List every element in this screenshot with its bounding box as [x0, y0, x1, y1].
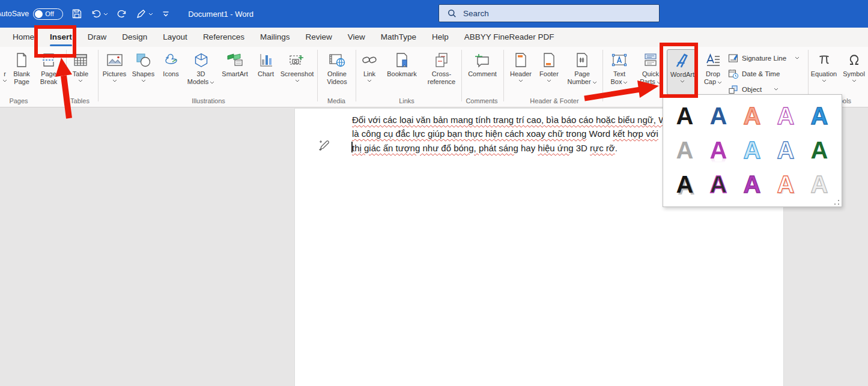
link-button[interactable]: Link [357, 49, 382, 95]
object-button[interactable]: Object [728, 83, 807, 95]
object-icon [728, 85, 738, 94]
wordart-style-white-blue-outline[interactable]: A [769, 133, 803, 167]
wordart-style-silver[interactable]: A [803, 167, 836, 201]
wordart-style-dark-green[interactable]: A [803, 133, 836, 167]
save-icon [71, 8, 82, 19]
3d-models-button[interactable]: 3D Models [185, 49, 217, 95]
redo-button[interactable] [117, 8, 127, 19]
wordart-style-white-magenta-outline[interactable]: A [769, 98, 803, 133]
icons-button[interactable]: Icons [158, 49, 184, 95]
group-label-tables: Tables [70, 97, 90, 104]
save-button[interactable] [71, 8, 82, 19]
screenshot-icon [289, 50, 306, 70]
group-illustrations: Pictures Shapes Icons 3D Mode [100, 49, 315, 97]
autosave-toggle[interactable]: AutoSave Off [0, 8, 63, 20]
ribbon-options-icon [162, 10, 170, 18]
group-separator [602, 50, 603, 101]
ribbon-tab-bar: Home Insert Draw Design Layout Reference… [0, 28, 868, 47]
drop-cap-button[interactable]: Drop Cap [699, 49, 727, 95]
wordart-style-gray[interactable]: A [668, 133, 702, 167]
page-break-button[interactable]: Page Break [35, 49, 62, 95]
wordart-style-black[interactable]: A [668, 98, 702, 133]
drop-cap-icon [705, 50, 721, 70]
chart-button[interactable]: Chart [253, 49, 279, 95]
chevron-down-icon [112, 79, 117, 82]
tab-insert[interactable]: Insert [42, 28, 80, 47]
wordart-style-magenta-reflection[interactable]: A [702, 133, 735, 167]
header-button[interactable]: Header [507, 49, 535, 95]
page-number-button[interactable]: Page Number [563, 49, 601, 95]
search-icon [448, 9, 457, 18]
group-label-pages: Pages [9, 97, 28, 104]
tab-layout[interactable]: Layout [155, 28, 195, 47]
tab-draw[interactable]: Draw [80, 28, 115, 47]
wordart-style-grid: AAAAAAAAAAAAAAA [663, 95, 842, 202]
blank-page-icon [14, 50, 29, 70]
group-label-illustrations: Illustrations [192, 97, 225, 104]
smartart-button[interactable]: SmartArt [218, 49, 252, 95]
search-input[interactable]: Search [439, 4, 660, 22]
comment-button[interactable]: Comment [464, 49, 500, 95]
chevron-down-icon [657, 81, 661, 84]
wordart-style-black-gray-shadow[interactable]: A [668, 167, 702, 201]
symbol-button[interactable]: Symbol [841, 49, 867, 95]
wordart-style-light-blue-pattern[interactable]: A [735, 133, 769, 167]
text-box-button[interactable]: Text Box [604, 49, 634, 95]
chevron-down-icon [592, 81, 597, 84]
wordart-gallery-dropdown: AAAAAAAAAAAAAAA [663, 94, 842, 207]
blank-page-button[interactable]: Blank Page [8, 49, 35, 95]
page-break-icon [41, 50, 56, 70]
wordart-style-black-magenta-outline[interactable]: A [702, 167, 735, 201]
undo-button[interactable] [91, 8, 108, 19]
online-videos-icon [329, 50, 345, 70]
header-icon [514, 50, 528, 70]
footer-button[interactable]: Footer [536, 49, 562, 95]
tab-review[interactable]: Review [297, 28, 339, 47]
online-videos-button[interactable]: Online Videos [320, 49, 354, 95]
pen-icon [136, 8, 147, 19]
autosave-state: Off [45, 10, 53, 17]
wordart-icon [673, 51, 691, 70]
date-time-button[interactable]: Date & Time [728, 67, 807, 80]
bookmark-button[interactable]: Bookmark [383, 49, 420, 95]
screenshot-button[interactable]: Screenshot [280, 49, 315, 95]
chevron-down-icon [141, 79, 146, 82]
signature-line-button[interactable]: Signature Line [728, 52, 807, 64]
resize-grip[interactable] [834, 200, 839, 205]
wordart-style-blue-gradient[interactable]: A [803, 98, 836, 133]
wordart-style-magenta[interactable]: A [735, 167, 769, 201]
tab-mathtype[interactable]: MathType [373, 28, 424, 47]
tab-help[interactable]: Help [424, 28, 457, 47]
equation-button[interactable]: Equation [810, 49, 839, 95]
draw-tool-button[interactable] [136, 8, 153, 19]
wordart-button[interactable]: WordArt [667, 49, 698, 95]
wordart-style-white-orange-outline[interactable]: A [769, 167, 803, 201]
undo-icon [91, 8, 102, 19]
tab-abbyy-finereader-pdf[interactable]: ABBYY FineReader PDF [457, 28, 562, 47]
tab-design[interactable]: Design [114, 28, 155, 47]
word-window: AutoSave Off Document1 - Word Search [0, 0, 868, 386]
tab-home[interactable]: Home [5, 28, 42, 47]
group-separator [98, 50, 99, 101]
tab-references[interactable]: References [195, 28, 252, 47]
pictures-button[interactable]: Pictures [100, 49, 129, 95]
group-text: Text Box Quick Parts WordArt Drop Cap [604, 49, 807, 97]
cross-reference-icon [434, 50, 449, 70]
chevron-down-icon [795, 56, 800, 59]
quick-parts-button[interactable]: Quick Parts [636, 49, 666, 95]
tab-view[interactable]: View [340, 28, 373, 47]
symbol-omega-icon [846, 50, 862, 70]
tab-mailings[interactable]: Mailings [252, 28, 298, 47]
chevron-down-icon [148, 13, 153, 16]
qat-customize-button[interactable] [162, 10, 170, 18]
cross-reference-button[interactable]: Cross-reference [422, 49, 461, 95]
group-comments: Comment [463, 49, 502, 97]
shapes-button[interactable]: Shapes [130, 49, 157, 95]
wordart-style-dark-blue[interactable]: A [702, 98, 735, 133]
cover-page-button-partial[interactable]: r [1, 49, 8, 95]
wordart-style-salmon-outline[interactable]: A [735, 98, 769, 133]
group-label-comments: Comments [466, 97, 497, 104]
table-button[interactable]: Table [65, 49, 96, 95]
chevron-down-icon [78, 79, 83, 82]
text-box-icon [611, 50, 628, 70]
